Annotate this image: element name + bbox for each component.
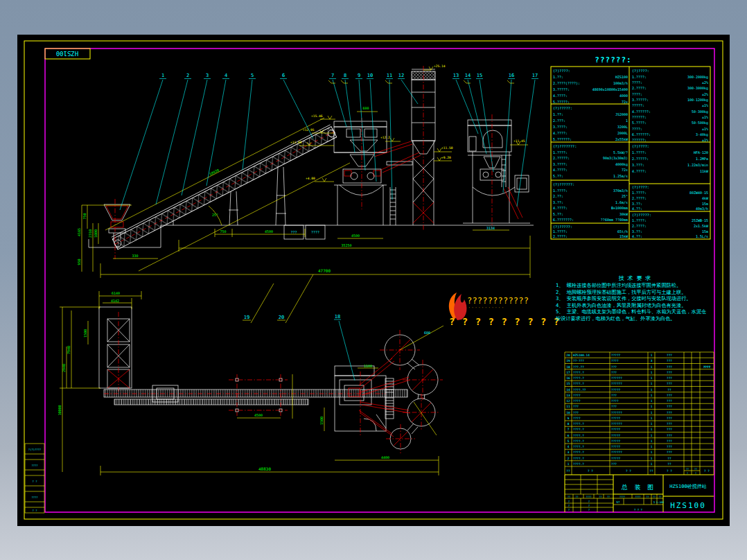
dim-600: 600 xyxy=(362,106,369,110)
margin-row-label: ???? xyxy=(31,496,37,499)
balloon-9: 9 xyxy=(358,73,360,78)
bom-cell-no: 14 xyxy=(566,388,570,392)
bom-cell-mat: ?? xyxy=(667,462,671,466)
spec-row-value: ±2% xyxy=(702,80,708,85)
bom-cell-qty: 1 xyxy=(651,371,653,374)
bom-cell-no: 1 xyxy=(568,462,570,466)
spec-row-value: 25ZWB-15 xyxy=(692,218,708,222)
level-text: +11.50 xyxy=(441,146,453,150)
corner-label: HZS100 xyxy=(56,50,79,57)
balloon-5: 5 xyxy=(251,73,254,78)
spec-section-header: (?)????: xyxy=(632,144,649,148)
bom-cell-no: 19 xyxy=(566,359,570,362)
spec-row-label: 2.????: xyxy=(553,234,568,238)
spec-row-label: 2.???: xyxy=(553,119,565,123)
bom-cell-name: ????? xyxy=(611,417,621,420)
balloon-15: 15 xyxy=(477,73,482,78)
bom-cell-code: ????.? xyxy=(573,457,584,460)
spec-row-value: 4000kg xyxy=(615,162,628,167)
bom-cell-name: ??? xyxy=(611,365,617,369)
spec-row-label: 3.??: xyxy=(632,202,642,206)
spec-row-label: 2.??: xyxy=(553,194,563,198)
bom-cell-code: ????.? xyxy=(573,439,584,443)
spec-section-header: (?)?????: xyxy=(553,106,572,110)
spec-row-label: 1.????: xyxy=(632,150,647,155)
spec-row-value: 50-500kg xyxy=(692,121,708,125)
bom-cell-qty: 1 xyxy=(651,382,653,385)
bom-cell-qty: 1 xyxy=(651,353,653,357)
spec-row-label: 5.??????: xyxy=(553,137,572,141)
room-label: ??? xyxy=(290,230,297,234)
spec-row-value: 72s xyxy=(622,168,628,172)
bom-cell-qty: 3 xyxy=(651,359,653,362)
bom-cell-qty: 1 xyxy=(651,450,653,454)
balloon-2: 2 xyxy=(186,73,189,78)
dim-1500: 1500 xyxy=(83,329,87,338)
spec-row-value: 1.22m3/min xyxy=(687,163,708,167)
spec-row-value: 72s xyxy=(622,100,628,104)
notes-line: 3、 安装顺序参照安装说明文件，交接时与安装队现场进行。 xyxy=(556,295,692,301)
bom-cell-mat: ??? xyxy=(667,428,672,431)
dim-tower: 3134 xyxy=(486,226,495,230)
sig-header-cell: ?? xyxy=(575,496,578,498)
bom-cell-qty: 1 xyxy=(651,417,653,420)
spec-row-value: 100-1200kg xyxy=(687,98,708,103)
bom-cell-no: 8 xyxy=(568,422,570,426)
spec-row-label: 1.????: xyxy=(553,189,568,193)
drawing-sheet: HZS100 ?(?)????????? ?????? ? xyxy=(0,0,747,560)
bom-cell-mat: ??? xyxy=(667,359,672,362)
spec-row-value: 2x1.5kW xyxy=(694,224,709,228)
spec-row-value: ±2% xyxy=(702,92,708,96)
sig-cell: ? xyxy=(588,504,590,507)
stage-cell: ?? xyxy=(646,496,649,498)
spec-section-header: (?)????: xyxy=(632,185,649,189)
level-text: +11.00 xyxy=(290,141,302,144)
spec-row-value: 1 xyxy=(626,119,628,123)
sig-cell: ? xyxy=(588,508,590,511)
bom-cell-mat: ?? xyxy=(667,388,671,392)
bom-cell-mat: ??? xyxy=(667,411,672,414)
bom-cell-qty: 1 xyxy=(651,388,653,392)
spec-row-value: ??60mm ??80mm xyxy=(601,218,628,222)
spec-row-value: 15kW xyxy=(619,234,629,238)
spec-row-value: 2x55kW xyxy=(615,137,629,141)
notes-line: 按设计要求进行，电梯为红色，气缸、外罩漆为白色。 xyxy=(556,315,676,322)
spec-row-label: 1.????: xyxy=(632,218,647,222)
sig-cell: ? xyxy=(588,500,590,503)
spec-row-label: 4.????: xyxy=(553,168,568,172)
spec-row-value: ±1% xyxy=(702,115,708,119)
spec-row-value: 15m xyxy=(702,202,708,206)
dim-mid: 35250 xyxy=(341,243,351,247)
bom-header-qty: ?? xyxy=(649,469,653,473)
notes-line: 5、 主梁、电缆线支架为墨绿色，料仓料斗、水箱为天蓝色，水泥仓 xyxy=(556,308,706,315)
sig-cell: ? xyxy=(568,508,570,511)
margin-row-label: ? ? xyxy=(33,509,37,512)
spec-row-value: 1.25m/s xyxy=(613,174,628,178)
sig-header-cell: ?? xyxy=(599,496,601,498)
balloon-16: 16 xyxy=(509,73,514,78)
spec-row-label: 6.???????: xyxy=(553,218,574,222)
spec-row-label: 5.????: xyxy=(632,121,647,125)
bom-cell-no: 2 xyxy=(568,457,570,460)
spec-row-label: 1.????: xyxy=(553,229,568,234)
room-label: ???? xyxy=(311,230,319,234)
spec-row-value: 11kW xyxy=(700,169,709,173)
bom-cell-code: ???? xyxy=(573,399,581,403)
spec-row-label: 3.??: xyxy=(632,229,642,234)
balloon-19: 19 xyxy=(244,315,249,320)
bom-cell-name: ??? xyxy=(611,371,617,374)
bom-cell-name: ?????? xyxy=(611,422,622,426)
bom-cell-name: ????? xyxy=(611,353,621,357)
drawing-scale: 1:100 xyxy=(656,501,664,504)
balloon-18: 18 xyxy=(335,314,340,320)
spec-row-label: 3.???: xyxy=(632,163,644,167)
dim-bldg: 4500 xyxy=(351,234,360,238)
spec-row-label: 1.????: xyxy=(632,191,647,195)
spec-row-value: 370m3/h xyxy=(613,189,628,193)
bom-cell-no: 15 xyxy=(566,382,570,385)
spec-row-label: 3.??: xyxy=(553,200,563,204)
spec-row-label: 2.????: xyxy=(632,224,647,228)
spec-row-label: 4.??: xyxy=(632,234,642,238)
balloon-1: 1 xyxy=(161,73,164,78)
stage-cell: ?? xyxy=(658,496,661,498)
